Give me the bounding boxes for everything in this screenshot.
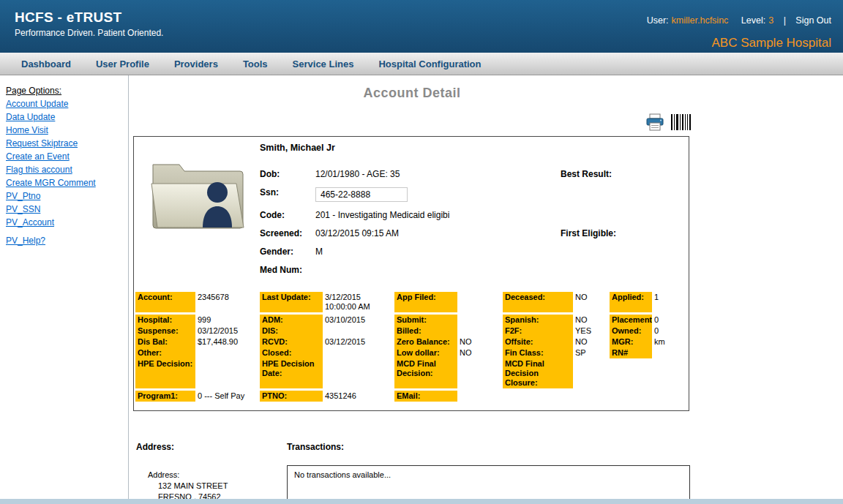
nav-item-user-profile[interactable]: User Profile <box>83 59 162 69</box>
field-label: Placement: <box>610 315 652 326</box>
user-info: User:kmiller.hcfsinc Level:3 | Sign Out <box>644 15 831 26</box>
field-row-code: Code: 201 - Investigating Medicaid eligi… <box>260 210 689 220</box>
mednum-label: Med Num: <box>260 265 302 275</box>
field-label: App Filed: <box>394 292 457 312</box>
nav-item-dashboard[interactable]: Dashboard <box>9 59 83 69</box>
field-value <box>652 391 687 402</box>
field-label: Last Update: <box>260 292 323 312</box>
patient-summary: Smith, Michael Jr Dob: 12/01/1980 - AGE:… <box>134 137 689 283</box>
address-section: Address: Address: 132 MAIN STREET FRESNO… <box>133 442 287 499</box>
gender-label: Gender: <box>260 247 315 257</box>
transactions-box: No transactions available... <box>287 465 690 499</box>
field-label: Other: <box>135 347 195 358</box>
field-row-dob: Dob: 12/01/1980 - AGE: 35 Best Result: <box>260 169 689 179</box>
sidebar-item-pv-help[interactable]: PV_Help? <box>6 236 125 246</box>
field-value: 3/12/2015 10:00:00 AM <box>323 292 394 312</box>
field-value: 03/10/2015 <box>323 315 394 326</box>
sidebar-item-create-mgr-comment[interactable]: Create MGR Comment <box>6 178 125 188</box>
field-label: Suspense: <box>135 326 195 336</box>
sidebar: Page Options: Account UpdateData UpdateH… <box>0 75 129 499</box>
field-label: Owned: <box>610 326 652 336</box>
sidebar-item-create-an-event[interactable]: Create an Event <box>6 151 125 162</box>
field-row-gender: Gender: M <box>260 247 689 257</box>
field-value: 03/12/2015 <box>323 336 394 347</box>
sidebar-links: Account UpdateData UpdateHome VisitReque… <box>6 99 125 246</box>
field-value <box>195 358 260 388</box>
transactions-section: Transactions: No transactions available.… <box>287 442 691 499</box>
field-value: NO <box>457 347 503 358</box>
field-value <box>652 358 687 388</box>
field-label: Offsite: <box>503 336 573 347</box>
nav-item-hospital-configuration[interactable]: Hospital Configuration <box>366 59 493 69</box>
field-label: RN# <box>610 347 652 358</box>
field-label: PTNO: <box>260 391 323 402</box>
patient-detail-box: Smith, Michael Jr Dob: 12/01/1980 - AGE:… <box>133 136 689 411</box>
field-label <box>610 391 652 402</box>
address-block: Address: 132 MAIN STREET FRESNO , 74562 … <box>136 470 287 499</box>
best-result-label: Best Result: <box>561 169 612 179</box>
field-row-screened: Screened: 03/12/2015 09:15 AM First Elig… <box>260 228 689 238</box>
sidebar-item-pv-ssn[interactable]: PV_SSN <box>6 204 125 214</box>
level-label: Level: <box>741 15 765 26</box>
field-label: Low dollar: <box>394 347 457 358</box>
field-label: Hospital: <box>135 315 195 326</box>
detail-table-body: Account:2345678Last Update:3/12/2015 10:… <box>135 292 687 402</box>
code-label: Code: <box>260 210 315 220</box>
address-line1: 132 MAIN STREET <box>148 481 287 492</box>
detail-table-row: HPE Decision:HPE Decision Date:MCD Final… <box>135 358 687 388</box>
detail-table-row: Hospital:999ADM:03/10/2015Submit:Spanish… <box>135 315 687 326</box>
field-label: ADM: <box>260 315 323 326</box>
gender-value: M <box>315 247 561 257</box>
page-title: Account Detail <box>133 86 691 101</box>
nav-bar: DashboardUser ProfileProvidersToolsServi… <box>0 53 843 75</box>
field-label: Dis Bal: <box>135 336 195 347</box>
field-label: Deceased: <box>503 292 573 312</box>
content: Page Options: Account UpdateData UpdateH… <box>0 75 843 499</box>
field-label: HPE Decision Date: <box>260 358 323 388</box>
field-value: NO <box>573 292 610 312</box>
field-label: MCD Final Decision Closure: <box>503 358 573 388</box>
field-value: 999 <box>195 315 260 326</box>
sidebar-item-home-visit[interactable]: Home Visit <box>6 125 125 135</box>
field-label: Account: <box>135 292 195 312</box>
field-value: YES <box>573 326 610 336</box>
sidebar-item-flag-this-account[interactable]: Flag this account <box>6 165 125 175</box>
sidebar-item-request-skiptrace[interactable]: Request Skiptrace <box>6 138 125 148</box>
hospital-name: ABC Sample Hospital <box>712 36 831 50</box>
address-label: Address: <box>148 470 287 481</box>
sidebar-title: Page Options: <box>6 86 125 96</box>
page: HCFS - eTRUST Performance Driven. Patien… <box>0 0 843 499</box>
field-value: $17,448.90 <box>195 336 260 347</box>
user-value: kmiller.hcfsinc <box>672 15 729 26</box>
ssn-field[interactable] <box>315 187 408 202</box>
nav-item-service-lines[interactable]: Service Lines <box>280 59 367 69</box>
field-label: MCD Final Decision: <box>394 358 457 388</box>
field-label: RCVD: <box>260 336 323 347</box>
nav-item-tools[interactable]: Tools <box>231 59 280 69</box>
sidebar-item-data-update[interactable]: Data Update <box>6 112 125 122</box>
field-value <box>573 358 610 388</box>
user-label: User: <box>647 15 669 26</box>
nav-item-providers[interactable]: Providers <box>162 59 231 69</box>
field-value <box>457 292 503 312</box>
field-label: Spanish: <box>503 315 573 326</box>
field-label: Billed: <box>394 326 457 336</box>
field-value: NO <box>573 315 610 326</box>
dob-value: 12/01/1980 - AGE: 35 <box>315 169 561 179</box>
detail-table-row: Suspense:03/12/2015DIS:Billed:F2F:YESOwn… <box>135 326 687 336</box>
sidebar-item-pv-ptno[interactable]: PV_Ptno <box>6 191 125 201</box>
field-value: 2345678 <box>195 292 260 312</box>
patient-fields: Smith, Michael Jr Dob: 12/01/1980 - AGE:… <box>260 141 689 283</box>
barcode-icon[interactable] <box>670 113 691 131</box>
field-value: km <box>652 336 687 347</box>
field-value: SP <box>573 347 610 358</box>
printer-icon[interactable] <box>645 113 664 132</box>
sidebar-item-pv-account[interactable]: PV_Account <box>6 217 125 227</box>
field-value <box>457 315 503 326</box>
main-area: Account Detail <box>129 75 843 499</box>
field-value: 0 <box>652 315 687 326</box>
sign-out-link[interactable]: Sign Out <box>795 15 831 26</box>
transactions-empty-text: No transactions available... <box>294 470 391 479</box>
field-label: DIS: <box>260 326 323 336</box>
sidebar-item-account-update[interactable]: Account Update <box>6 99 125 109</box>
